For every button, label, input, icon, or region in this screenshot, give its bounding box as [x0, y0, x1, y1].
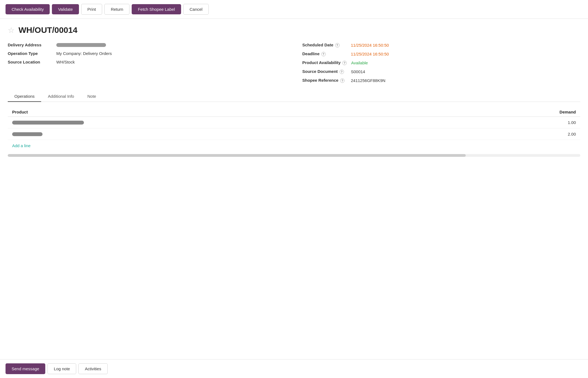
shopee-reference-row: Shopee Reference ? 2411256GF88K9N: [302, 78, 580, 83]
operation-type-value: My Company: Delivery Orders: [56, 51, 112, 56]
add-line-button[interactable]: Add a line: [8, 140, 35, 151]
record-title: WH/OUT/00014: [18, 25, 77, 35]
operations-table: Product Demand 1.00 2.00 Add a line: [8, 107, 580, 151]
source-document-value: S00014: [351, 69, 365, 74]
tab-additional-info[interactable]: Additional Info: [41, 91, 81, 102]
tabs: Operations Additional Info Note: [8, 91, 580, 102]
horizontal-scrollbar[interactable]: [8, 154, 580, 157]
product-availability-help-icon[interactable]: ?: [342, 61, 347, 65]
product-column-header: Product: [12, 110, 28, 114]
record-header: ☆ WH/OUT/00014: [8, 25, 580, 35]
fetch-shopee-label-button[interactable]: Fetch Shopee Label: [132, 4, 181, 14]
demand-value-1: 1.00: [568, 120, 576, 125]
source-location-value: WH/Stock: [56, 60, 75, 64]
product-availability-label: Product Availability ?: [302, 60, 347, 65]
toolbar: Check Availability Validate Print Return…: [0, 0, 588, 19]
deadline-value: 11/25/2024 16:50:50: [351, 52, 389, 56]
source-location-row: Source Location WH/Stock: [8, 60, 286, 64]
source-document-label: Source Document ?: [302, 69, 346, 74]
source-document-row: Source Document ? S00014: [302, 69, 580, 74]
delivery-address-label: Delivery Address: [8, 43, 52, 47]
product-availability-value: Available: [351, 60, 368, 65]
delivery-address-value: [56, 43, 106, 47]
delivery-address-row: Delivery Address: [8, 43, 286, 47]
deadline-row: Deadline ? 11/25/2024 16:50:50: [302, 51, 580, 56]
print-button[interactable]: Print: [81, 4, 102, 15]
form-section: Delivery Address Operation Type My Compa…: [8, 43, 580, 83]
deadline-label: Deadline ?: [302, 51, 346, 56]
source-document-help-icon[interactable]: ?: [340, 70, 344, 74]
scheduled-date-row: Scheduled Date ? 11/25/2024 16:50:50: [302, 43, 580, 47]
shopee-reference-label: Shopee Reference ?: [302, 78, 346, 83]
table-header: Product Demand: [8, 107, 580, 117]
scheduled-date-help-icon[interactable]: ?: [335, 43, 340, 47]
tab-note[interactable]: Note: [81, 91, 103, 102]
demand-column-header: Demand: [560, 110, 576, 114]
scrollbar-thumb: [8, 154, 466, 157]
tab-operations[interactable]: Operations: [8, 91, 41, 102]
form-left: Delivery Address Operation Type My Compa…: [8, 43, 286, 83]
product-availability-row: Product Availability ? Available: [302, 60, 580, 65]
page-content: ☆ WH/OUT/00014 Delivery Address Operatio…: [0, 19, 588, 166]
operation-type-label: Operation Type: [8, 51, 52, 56]
scheduled-date-label: Scheduled Date ?: [302, 43, 346, 47]
scheduled-date-value: 11/25/2024 16:50:50: [351, 43, 389, 47]
product-placeholder-2: [12, 132, 43, 136]
shopee-reference-value: 2411256GF88K9N: [351, 78, 385, 83]
source-location-label: Source Location: [8, 60, 52, 64]
validate-button[interactable]: Validate: [52, 4, 79, 14]
shopee-reference-help-icon[interactable]: ?: [340, 78, 345, 83]
return-button[interactable]: Return: [104, 4, 129, 15]
deadline-help-icon[interactable]: ?: [321, 52, 326, 56]
operation-type-row: Operation Type My Company: Delivery Orde…: [8, 51, 286, 56]
table-row[interactable]: 1.00: [8, 117, 580, 128]
star-icon[interactable]: ☆: [8, 26, 15, 35]
demand-value-2: 2.00: [568, 132, 576, 136]
table-row[interactable]: 2.00: [8, 128, 580, 140]
form-right: Scheduled Date ? 11/25/2024 16:50:50 Dea…: [286, 43, 580, 83]
product-placeholder-1: [12, 121, 84, 125]
cancel-button[interactable]: Cancel: [183, 4, 209, 15]
check-availability-button[interactable]: Check Availability: [6, 4, 50, 14]
